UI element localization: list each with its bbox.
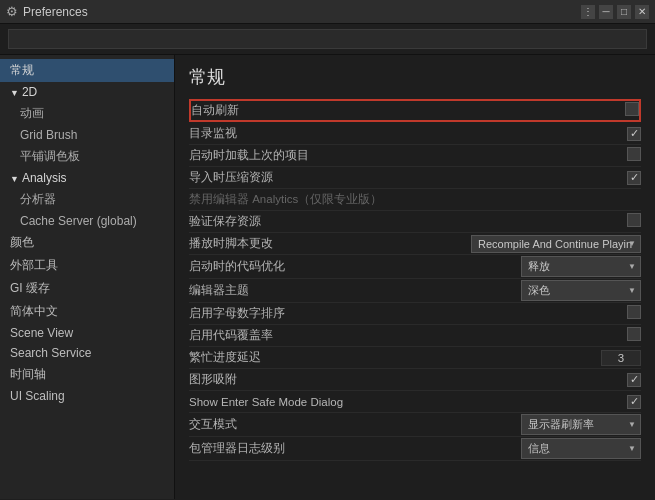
setting-package-log: 包管理器日志级别 信息	[189, 437, 641, 461]
setting-directory-monitor: 目录监视	[189, 123, 641, 145]
setting-value-busy-delay	[521, 350, 641, 366]
dropdown-editor-theme[interactable]: 深色	[521, 280, 641, 301]
setting-value-script-changes: Recompile And Continue Playin	[471, 235, 641, 253]
search-bar-container	[0, 24, 655, 55]
setting-label-verify-assets: 验证保存资源	[189, 214, 521, 229]
setting-busy-delay: 繁忙进度延迟	[189, 347, 641, 369]
input-busy-delay[interactable]	[601, 350, 641, 366]
setting-code-optimization: 启动时的代码优化 释放	[189, 255, 641, 279]
sidebar: 常规 ▼2D 动画 Grid Brush 平铺调色板 ▼Analysis 分析器…	[0, 55, 175, 499]
checkbox-import-compressed[interactable]	[627, 171, 641, 185]
checkbox-directory-monitor[interactable]	[627, 127, 641, 141]
setting-label-script-changes: 播放时脚本更改	[189, 236, 471, 251]
setting-value-code-coverage	[521, 327, 641, 344]
setting-alphanum-sort: 启用字母数字排序	[189, 303, 641, 325]
setting-label-package-log: 包管理器日志级别	[189, 441, 521, 456]
sidebar-item-analyzer[interactable]: 分析器	[0, 188, 174, 211]
setting-code-coverage: 启用代码覆盖率	[189, 325, 641, 347]
sidebar-item-animation[interactable]: 动画	[0, 102, 174, 125]
sidebar-item-2d[interactable]: ▼2D	[0, 82, 174, 102]
dropdown-code-optimization[interactable]: 释放	[521, 256, 641, 277]
title-bar: ⚙ Preferences ⋮ ─ □ ✕	[0, 0, 655, 24]
close-button[interactable]: ✕	[635, 5, 649, 19]
setting-value-graphic-snap	[521, 372, 641, 387]
setting-value-import-compressed	[521, 170, 641, 185]
setting-label-directory-monitor: 目录监视	[189, 126, 521, 141]
setting-label-safe-mode-dialog: Show Enter Safe Mode Dialog	[189, 396, 521, 408]
setting-editor-theme: 编辑器主题 深色	[189, 279, 641, 303]
checkbox-graphic-snap[interactable]	[627, 373, 641, 387]
setting-label-busy-delay: 繁忙进度延迟	[189, 350, 521, 365]
sidebar-item-color[interactable]: 颜色	[0, 231, 174, 254]
main-layout: 常规 ▼2D 动画 Grid Brush 平铺调色板 ▼Analysis 分析器…	[0, 55, 655, 499]
sidebar-item-ui-scaling[interactable]: UI Scaling	[0, 386, 174, 406]
setting-value-alphanum-sort	[521, 305, 641, 322]
sidebar-item-search-service[interactable]: Search Service	[0, 343, 174, 363]
window-controls: ⋮ ─ □ ✕	[581, 5, 649, 19]
dropdown-package-log[interactable]: 信息	[521, 438, 641, 459]
content-area: 常规 自动刷新 目录监视 启动时加载上次的项目	[175, 55, 655, 499]
sidebar-item-general[interactable]: 常规	[0, 59, 174, 82]
setting-label-auto-refresh: 自动刷新	[191, 103, 519, 118]
setting-import-compressed: 导入时压缩资源	[189, 167, 641, 189]
setting-label-code-coverage: 启用代码覆盖率	[189, 328, 521, 343]
settings-table: 自动刷新 目录监视 启动时加载上次的项目 导入时压缩资源	[189, 99, 641, 461]
sidebar-item-gi-cache[interactable]: GI 缓存	[0, 277, 174, 300]
setting-label-analytics-disabled: 禁用编辑器 Analytics（仅限专业版）	[189, 192, 521, 207]
dropdown-script-changes[interactable]: Recompile And Continue Playin	[471, 235, 641, 253]
checkbox-safe-mode-dialog[interactable]	[627, 395, 641, 409]
maximize-button[interactable]: □	[617, 5, 631, 19]
setting-analytics-disabled: 禁用编辑器 Analytics（仅限专业版）	[189, 189, 641, 211]
setting-interaction-mode: 交互模式 显示器刷新率	[189, 413, 641, 437]
dropdown-interaction-mode[interactable]: 显示器刷新率	[521, 414, 641, 435]
sidebar-item-timeline[interactable]: 时间轴	[0, 363, 174, 386]
setting-label-graphic-snap: 图形吸附	[189, 372, 521, 387]
window-title: Preferences	[23, 5, 581, 19]
sidebar-item-flat-color-panel[interactable]: 平铺调色板	[0, 145, 174, 168]
checkbox-load-prev-project[interactable]	[627, 147, 641, 161]
setting-value-code-optimization: 释放	[521, 256, 641, 277]
checkbox-verify-assets[interactable]	[627, 213, 641, 227]
sidebar-item-scene-view[interactable]: Scene View	[0, 323, 174, 343]
setting-load-prev-project: 启动时加载上次的项目	[189, 145, 641, 167]
setting-safe-mode-dialog: Show Enter Safe Mode Dialog	[189, 391, 641, 413]
setting-label-code-optimization: 启动时的代码优化	[189, 259, 521, 274]
checkbox-code-coverage[interactable]	[627, 327, 641, 341]
sidebar-item-cache-server[interactable]: Cache Server (global)	[0, 211, 174, 231]
setting-graphic-snap: 图形吸附	[189, 369, 641, 391]
search-input[interactable]	[8, 29, 647, 49]
sidebar-item-grid-brush[interactable]: Grid Brush	[0, 125, 174, 145]
setting-label-alphanum-sort: 启用字母数字排序	[189, 306, 521, 321]
sidebar-item-simplified-chinese[interactable]: 简体中文	[0, 300, 174, 323]
content-title: 常规	[189, 65, 641, 89]
setting-auto-refresh: 自动刷新	[189, 99, 641, 122]
setting-label-load-prev-project: 启动时加载上次的项目	[189, 148, 521, 163]
setting-value-auto-refresh	[519, 102, 639, 119]
setting-value-load-prev-project	[521, 147, 641, 164]
setting-value-interaction-mode: 显示器刷新率	[521, 414, 641, 435]
checkbox-auto-refresh[interactable]	[625, 102, 639, 116]
setting-value-editor-theme: 深色	[521, 280, 641, 301]
setting-verify-assets: 验证保存资源	[189, 211, 641, 233]
setting-value-directory-monitor	[521, 126, 641, 141]
sidebar-item-external-tools[interactable]: 外部工具	[0, 254, 174, 277]
setting-value-package-log: 信息	[521, 438, 641, 459]
preferences-icon: ⚙	[6, 4, 18, 19]
setting-label-interaction-mode: 交互模式	[189, 417, 521, 432]
checkbox-alphanum-sort[interactable]	[627, 305, 641, 319]
setting-value-verify-assets	[521, 213, 641, 230]
setting-label-import-compressed: 导入时压缩资源	[189, 170, 521, 185]
setting-value-safe-mode-dialog	[521, 394, 641, 409]
more-options-button[interactable]: ⋮	[581, 5, 595, 19]
setting-script-changes: 播放时脚本更改 Recompile And Continue Playin	[189, 233, 641, 255]
minimize-button[interactable]: ─	[599, 5, 613, 19]
setting-label-editor-theme: 编辑器主题	[189, 283, 521, 298]
sidebar-item-analysis[interactable]: ▼Analysis	[0, 168, 174, 188]
